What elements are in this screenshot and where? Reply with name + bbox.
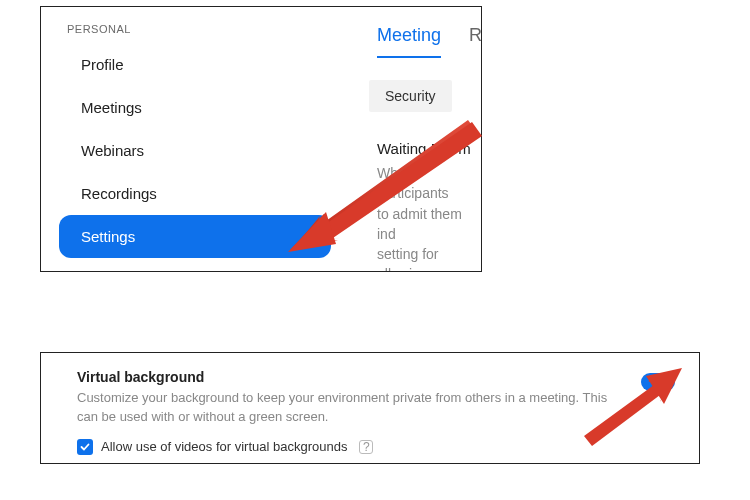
- security-section-chip[interactable]: Security: [369, 80, 452, 112]
- waiting-room-desc: When participants to admit them ind sett…: [377, 163, 481, 271]
- tab-content: Security Waiting Room When participants …: [349, 80, 481, 271]
- settings-content: Meeting Re Security Waiting Room When pa…: [349, 7, 481, 271]
- allow-videos-label: Allow use of videos for virtual backgrou…: [101, 439, 347, 454]
- virtual-background-row: Virtual background Customize your backgr…: [77, 369, 675, 427]
- tab-recording[interactable]: Re: [469, 25, 481, 58]
- sidebar-item-settings[interactable]: Settings: [59, 215, 331, 258]
- toggle-knob: [659, 375, 673, 389]
- virtual-background-panel: Virtual background Customize your backgr…: [40, 352, 700, 464]
- check-icon: [80, 442, 90, 452]
- waiting-room-title: Waiting Room: [377, 140, 481, 157]
- virtual-background-toggle[interactable]: [641, 373, 675, 391]
- sidebar-item-recordings[interactable]: Recordings: [41, 172, 349, 215]
- sidebar: PERSONAL Profile Meetings Webinars Recor…: [41, 7, 349, 271]
- info-icon[interactable]: ?: [359, 440, 373, 454]
- sidebar-item-meetings[interactable]: Meetings: [41, 86, 349, 129]
- tab-meeting[interactable]: Meeting: [377, 25, 441, 58]
- virtual-background-text: Virtual background Customize your backgr…: [77, 369, 641, 427]
- virtual-background-title: Virtual background: [77, 369, 621, 385]
- sidebar-item-webinars[interactable]: Webinars: [41, 129, 349, 172]
- sidebar-section-header: PERSONAL: [41, 17, 349, 43]
- sidebar-item-profile[interactable]: Profile: [41, 43, 349, 86]
- tabs: Meeting Re: [349, 25, 481, 58]
- waiting-room-setting: Waiting Room When participants to admit …: [377, 140, 481, 271]
- allow-videos-row: Allow use of videos for virtual backgrou…: [77, 439, 675, 455]
- allow-videos-checkbox[interactable]: [77, 439, 93, 455]
- virtual-background-desc: Customize your background to keep your e…: [77, 389, 621, 427]
- settings-panel-top: PERSONAL Profile Meetings Webinars Recor…: [40, 6, 482, 272]
